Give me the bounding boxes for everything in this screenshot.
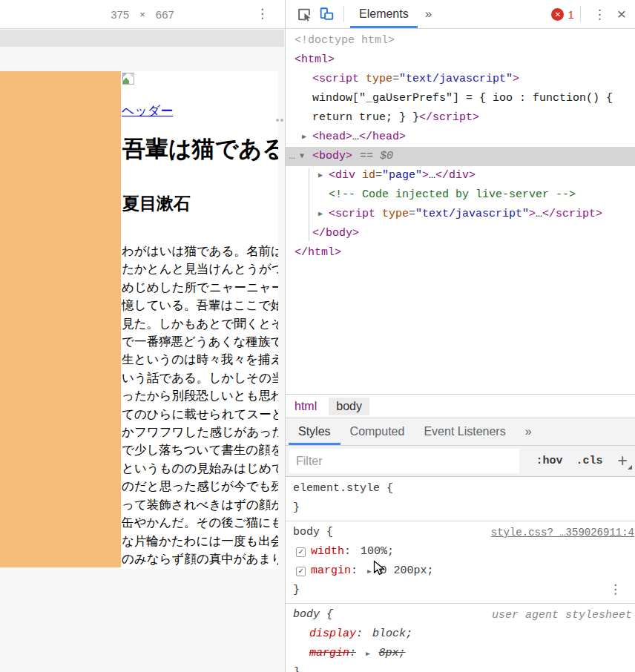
element-classes-button[interactable]: .cls — [576, 455, 603, 467]
breadcrumb-body[interactable]: body — [329, 398, 369, 415]
tab-styles[interactable]: Styles — [289, 418, 340, 445]
expand-arrow-icon[interactable]: ▶ — [318, 205, 323, 224]
page-header-link[interactable]: ヘッダー — [122, 102, 173, 119]
collapsed-ellipsis[interactable]: … — [536, 208, 542, 220]
element-style-selector-row[interactable]: element.style { — [286, 479, 635, 498]
more-panels-icon[interactable]: » — [418, 7, 439, 22]
device-width-field[interactable]: 375 — [111, 8, 129, 21]
page-sidebar-block — [0, 71, 121, 567]
dom-node-div-page[interactable]: ▶ <divid="page">…</div> — [286, 166, 635, 185]
collapsed-ellipsis[interactable]: … — [429, 169, 435, 182]
devtools-menu-kebab-icon[interactable]: ⋮ — [587, 7, 613, 22]
property-value[interactable]: 100%; — [361, 545, 394, 558]
paragraph-line: 憶している。吾輩はここで始 — [122, 296, 278, 314]
page-content: ヘッダー 吾輩は猫である 夏目漱石 わがはいは猫である。名前は たかとんと見当け… — [121, 71, 278, 569]
paragraph-line: のだと思った感じが今でも残 — [122, 477, 278, 495]
tag-text: > — [513, 73, 519, 85]
property-colon: : — [344, 545, 351, 558]
breadcrumb: html body — [286, 394, 635, 418]
property-row-margin-overridden[interactable]: margin: ▶ 8px; — [286, 644, 635, 663]
dom-node-body-selected[interactable]: … ▼ <body>== $0 — [286, 147, 635, 166]
dom-node-script2[interactable]: ▶ <scripttype="text/javascript">…</scrip… — [286, 205, 635, 224]
dom-node-script-open[interactable]: <scripttype="text/javascript"> — [286, 70, 635, 89]
property-row-margin[interactable]: ✓ margin: ▶ 0 200px; — [286, 561, 635, 581]
broken-image-icon — [122, 73, 135, 88]
inspect-element-icon[interactable] — [293, 0, 315, 28]
expand-arrow-icon[interactable]: ▶ — [302, 128, 306, 147]
stylesheet-source-link[interactable]: style.css?_…359026911:4 — [491, 527, 634, 538]
dom-tree: <!doctype html> <html> <scripttype="text… — [286, 29, 635, 394]
dom-node-script-text[interactable]: window["_gaUserPrefs"] = { ioo : functio… — [286, 89, 635, 108]
tag-text: </body> — [312, 227, 359, 240]
dom-node-doctype[interactable]: <!doctype html> — [286, 31, 635, 50]
paragraph-line: 生というのは時々我々を捕え — [122, 350, 278, 368]
sidebar-tabs: Styles Computed Event Listeners » — [286, 418, 635, 446]
collapse-arrow-icon[interactable]: ▼ — [300, 147, 304, 166]
dom-node-html-close[interactable]: </html> — [286, 243, 635, 263]
toggle-element-state-button[interactable]: :hov — [536, 455, 563, 467]
error-badge-icon: ✕ — [551, 8, 564, 21]
tag-text: <head> — [312, 131, 352, 143]
property-checkbox[interactable]: ✓ — [296, 567, 306, 576]
dom-node-script-close[interactable]: return true; } }</script> — [286, 108, 635, 128]
toolbar-separator — [343, 6, 344, 22]
tag-text: <script — [329, 208, 375, 220]
rule-kebab-icon[interactable]: ⋮ — [609, 582, 622, 597]
devtools-pane: Elements » ✕ 1 ⋮ × <!doctype html> <html… — [286, 0, 635, 672]
property-value[interactable]: 0 200px; — [380, 564, 433, 577]
devtools-window: 375 × 667 ⋮ ヘッダー 吾輩は猫である — [0, 0, 635, 672]
tab-event-listeners[interactable]: Event Listeners — [414, 418, 515, 445]
brace: { — [326, 608, 333, 621]
page-author: 夏目漱石 — [122, 192, 191, 215]
element-style-section: element.style { } — [286, 478, 635, 521]
dom-node-head[interactable]: ▶ <head>…</head> — [286, 128, 635, 147]
devtools-close-icon[interactable]: × — [613, 5, 631, 23]
dom-node-html-open[interactable]: <html> — [286, 50, 635, 70]
breadcrumb-html[interactable]: html — [295, 400, 317, 413]
attr-eq: = — [409, 208, 415, 220]
tag-text: <body> — [312, 150, 352, 162]
property-name[interactable]: width — [311, 545, 344, 558]
property-row-display[interactable]: display: block; — [286, 625, 635, 644]
hidden-nodes-icon[interactable]: … — [289, 147, 295, 166]
expand-shorthand-icon[interactable]: ▶ — [366, 650, 369, 658]
attr-name: type — [382, 208, 409, 220]
tab-elements[interactable]: Elements — [350, 0, 418, 28]
styles-filter-bar: :hov .cls + — [286, 446, 635, 477]
expand-shorthand-icon[interactable]: ▶ — [367, 568, 371, 576]
selected-node-hint: == $0 — [360, 150, 393, 162]
property-value: block; — [372, 627, 412, 640]
tag-text: > — [422, 169, 429, 182]
attr-value: "text/javascript" — [399, 73, 513, 85]
device-toolbar-kebab-icon[interactable]: ⋮ — [256, 6, 269, 22]
stylesheet-origin-label: user agent stylesheet — [492, 609, 632, 622]
device-height-field[interactable]: 667 — [156, 8, 174, 21]
paragraph-line: な片輪かたわには一度も出会 — [122, 532, 278, 550]
property-checkbox[interactable]: ✓ — [296, 547, 306, 557]
tag-text: </div> — [435, 169, 476, 182]
paragraph-line: めじめした所でニャーニャー — [122, 278, 278, 296]
device-toolbar-toggle-icon[interactable] — [315, 0, 338, 28]
new-style-rule-button[interactable]: + — [618, 451, 628, 471]
error-indicator[interactable]: ✕ 1 — [551, 8, 573, 21]
more-sidebar-tabs-icon[interactable]: » — [516, 418, 542, 445]
collapsed-ellipsis[interactable]: … — [352, 131, 359, 143]
device-dimensions: 375 × 667 — [111, 8, 174, 21]
tag-text: </head> — [359, 131, 406, 143]
styles-filter-input[interactable] — [289, 449, 519, 473]
property-name[interactable]: margin — [311, 564, 351, 577]
property-row-width[interactable]: ✓ width: 100%; — [286, 542, 635, 561]
user-agent-rule-section: user agent stylesheet body { display: bl… — [286, 604, 635, 672]
property-name: margin — [309, 647, 349, 659]
paragraph-line: 見た。しかもあとで聞くとそ — [122, 314, 278, 332]
paragraph-line: てのひらに載せられてスーと — [122, 405, 278, 423]
paragraph-line: いう話である。しかしその当 — [122, 369, 278, 386]
dom-node-body-close[interactable]: </body> — [286, 224, 635, 243]
property-colon: : — [349, 647, 356, 659]
tag-text: <div — [329, 169, 355, 182]
doctype-text: <!doctype html> — [295, 34, 395, 47]
dom-node-comment[interactable]: <!-- Code injected by live-server --> — [286, 185, 635, 205]
paragraph-line: というものの見始みはじめで — [122, 459, 278, 477]
tab-computed[interactable]: Computed — [340, 418, 415, 445]
expand-arrow-icon[interactable]: ▶ — [318, 166, 323, 185]
